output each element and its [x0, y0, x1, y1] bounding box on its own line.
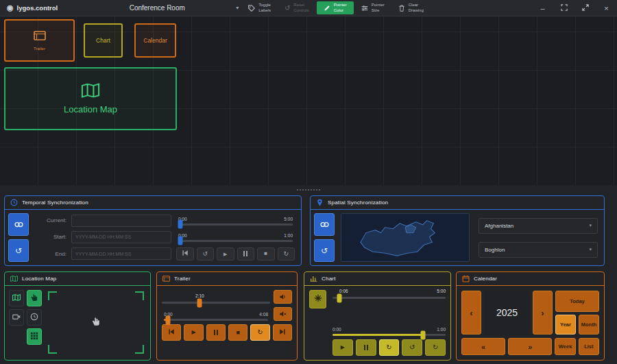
temporal-link-button[interactable] [8, 213, 29, 236]
spatial-sync-title: Spatial Synchronization [328, 199, 388, 206]
chevron-down-icon: ▾ [236, 5, 241, 11]
trailer-seek-handle[interactable] [166, 315, 171, 324]
stop-button[interactable]: ■ [257, 247, 275, 260]
prev-year-button[interactable]: ‹ [461, 291, 481, 335]
end-datetime-input[interactable] [71, 247, 171, 260]
list-view-button[interactable]: List [579, 338, 599, 355]
trailer-time-end: 4:08 [259, 312, 268, 317]
week-view-button[interactable]: Week [555, 338, 575, 355]
pause-button[interactable] [356, 339, 376, 356]
double-chevron-right-icon: » [528, 343, 532, 351]
chart-master-handle[interactable] [337, 293, 341, 302]
chart-header: Chart [304, 272, 450, 286]
month-view-button[interactable]: Month [579, 315, 599, 335]
temporal-transport: ↺ ▶ ■ ↻ [176, 247, 295, 260]
trailer-master-slider[interactable]: 2:10 [162, 295, 270, 304]
rotate-ccw-icon: ↺ [409, 344, 415, 351]
grid-tool-button[interactable] [27, 328, 42, 345]
toggle-labels-button[interactable]: ToggleLabels [241, 0, 278, 16]
canvas-trailer-box[interactable]: Trailer [4, 19, 75, 62]
fullscreen-button[interactable] [574, 0, 596, 16]
map-icon [12, 293, 21, 304]
history-button[interactable] [27, 309, 42, 326]
rotate-ccw-icon: ↺ [15, 246, 22, 256]
pause-icon [364, 345, 368, 350]
skip-forward-icon [279, 328, 286, 337]
temporal-timeline-slider[interactable]: 0:005:00 [176, 216, 295, 226]
current-datetime-input[interactable] [71, 215, 171, 227]
country-map-preview[interactable] [341, 213, 470, 262]
map-view-button[interactable] [9, 290, 24, 306]
camera-button[interactable] [9, 309, 24, 326]
repeat-button[interactable]: ↻ [278, 247, 295, 260]
room-selector[interactable]: Conference Room ▾ [78, 0, 241, 16]
spatial-link-button[interactable] [314, 213, 335, 236]
pause-icon [243, 251, 247, 256]
temporal-sync-title: Temporal Synchronization [22, 199, 88, 206]
chart-master-max: 5:00 [437, 289, 446, 293]
speed-max: 1:00 [284, 233, 293, 238]
volume-button[interactable] [274, 290, 292, 304]
start-datetime-input[interactable] [71, 231, 171, 243]
pan-tool-button[interactable] [27, 290, 42, 306]
mute-button[interactable] [274, 307, 292, 321]
viewport-corner-icon [135, 345, 144, 354]
rotate-ccw-button[interactable]: ↺ [402, 339, 422, 356]
spatial-reset-button[interactable]: ↺ [314, 239, 335, 262]
play-button[interactable]: ▶ [184, 324, 203, 341]
fast-prev-button[interactable]: « [461, 338, 505, 355]
temporal-reset-button[interactable]: ↺ [8, 239, 29, 262]
speed-handle[interactable] [178, 236, 183, 245]
chart-range-handle[interactable] [421, 330, 426, 339]
year-view-button[interactable]: Year [555, 315, 576, 335]
play-icon: ▶ [341, 345, 345, 350]
skip-back-button[interactable] [162, 324, 181, 341]
pause-button[interactable] [237, 247, 255, 260]
close-button[interactable]: × [596, 0, 617, 16]
pause-button[interactable] [206, 324, 226, 341]
layout-canvas[interactable]: Trailer Chart Calendar Location Map [0, 16, 617, 185]
chart-master-slider[interactable]: 0:06 5:00 [332, 290, 446, 324]
clear-drawing-button[interactable]: ClearDrawing [391, 0, 431, 16]
map-viewport[interactable] [48, 291, 144, 354]
stop-button[interactable]: ■ [228, 324, 247, 341]
rotate-cw-button[interactable]: ↻ [425, 339, 446, 356]
trailer-header: Trailer [157, 272, 297, 286]
temporal-speed-slider[interactable]: 0:001:00 [176, 232, 295, 242]
timeline-handle[interactable] [178, 220, 183, 229]
repeat-icon: ↻ [386, 344, 391, 351]
country-select[interactable]: Afghanistan ▾ [479, 218, 598, 234]
app-brand: ◉ lygos.control [0, 0, 64, 16]
canvas-calendar-box[interactable]: Calendar [134, 23, 176, 58]
pointer-size-line1: Pointer [372, 3, 385, 8]
skip-back-button[interactable] [176, 247, 194, 260]
trailer-seek-slider[interactable]: 0:004:08 [162, 311, 270, 321]
fast-next-button[interactable]: » [508, 338, 552, 355]
canvas-location-map-box[interactable]: Location Map [4, 67, 177, 130]
divider-handle[interactable] [0, 185, 617, 195]
chart-range-slider[interactable]: 0:001:00 [332, 327, 446, 336]
next-year-button[interactable]: › [533, 291, 553, 335]
expand-arrows-icon [582, 4, 589, 12]
spatial-sync-header: Spatial Synchronization [311, 196, 604, 210]
chart-settings-button[interactable] [309, 290, 326, 308]
maximize-button[interactable] [553, 0, 574, 16]
play-button[interactable]: ▶ [217, 247, 234, 260]
calendar-title: Calendar [474, 276, 497, 282]
trailer-master-handle[interactable] [197, 298, 202, 307]
pointer-size-button[interactable]: PointerSize [354, 0, 391, 16]
repeat-button[interactable]: ↻ [250, 324, 269, 341]
reset-controls-button[interactable]: ↺ ResetControls [278, 0, 316, 16]
window-controls: – × [532, 0, 617, 16]
rotate-ccw-button[interactable]: ↺ [197, 247, 215, 260]
pointer-color-button[interactable]: PointerColor [317, 1, 354, 14]
minimize-button[interactable]: – [532, 0, 553, 16]
repeat-button[interactable]: ↻ [379, 339, 400, 356]
play-button[interactable]: ▶ [332, 339, 353, 356]
skip-forward-button[interactable] [273, 324, 292, 341]
canvas-chart-box[interactable]: Chart [84, 23, 123, 58]
trailer-title: Trailer [174, 276, 191, 282]
end-label: End: [35, 251, 66, 257]
region-select[interactable]: Boghlon ▾ [479, 242, 598, 258]
today-button[interactable]: Today [555, 291, 599, 312]
